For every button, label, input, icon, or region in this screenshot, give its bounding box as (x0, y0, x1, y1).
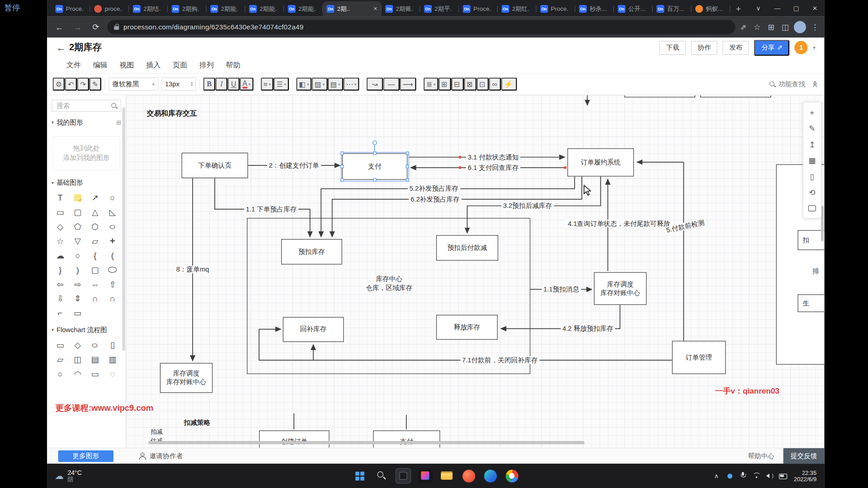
maximize-icon[interactable]: ▢ (787, 0, 806, 17)
post-pay-deduct-box[interactable]: 预扣后付款减 (436, 235, 498, 260)
browser-tab[interactable]: On 百万... (653, 1, 692, 16)
tray-chevron-icon[interactable]: ∧ (712, 471, 720, 480)
browser-tab[interactable]: On 2期账... (382, 1, 420, 16)
rotate-handle[interactable] (373, 141, 377, 145)
menu-item[interactable]: 插入 (140, 60, 167, 70)
subprocess-shape-icon[interactable]: ◫ (70, 353, 85, 366)
right-partial-sheng-box[interactable]: 生 (797, 294, 824, 312)
flowchart-section-header[interactable]: ▾ Flowchart 流程图 (52, 325, 121, 335)
share-icon[interactable]: ⇗ (740, 23, 746, 32)
publish-button[interactable]: 发布 (722, 41, 749, 55)
edge-label[interactable]: 6.2补发预占库存 (409, 195, 461, 203)
top-partial-box-a[interactable] (624, 95, 695, 98)
replenish-box[interactable]: 回补库存 (283, 317, 344, 342)
tab-search-icon[interactable]: ∨ (749, 0, 768, 17)
line-style-icon[interactable]: ⋯▾ (343, 77, 359, 90)
close-window-icon[interactable]: ✕ (806, 0, 825, 17)
browser-tab[interactable]: proce... (90, 1, 129, 16)
inventory-center-label[interactable]: 库存中心 仓库，区域库存 (345, 274, 434, 292)
shape-search-input[interactable] (55, 101, 108, 110)
forward-icon[interactable]: → (71, 20, 84, 33)
send-backward-icon[interactable]: ⊟ (451, 77, 464, 90)
up-arrow-shape-icon[interactable]: ⇧ (105, 278, 120, 291)
address-bar[interactable]: processon.com/diagraming/6235c6430e3e740… (108, 20, 735, 34)
chrome-icon[interactable] (505, 469, 519, 483)
collapse-toolbar-icon[interactable]: ≪ (811, 80, 819, 87)
doc-back-icon[interactable]: ← (56, 42, 69, 53)
search-icon[interactable] (374, 469, 388, 483)
underline-button[interactable]: U (227, 77, 240, 90)
updown-arrow-shape-icon[interactable]: ⇕ (70, 292, 85, 305)
resize-handle[interactable] (406, 165, 409, 168)
font-size-select[interactable]: 13px ▴▾ (162, 77, 196, 90)
browser-tab[interactable]: On 2期能... (207, 1, 245, 16)
browser-tab[interactable]: On Proce... (459, 1, 498, 16)
hexagon-shape-icon[interactable]: ⬡ (88, 220, 103, 233)
resize-handle[interactable] (406, 178, 409, 181)
circle-shape-icon[interactable]: ○ (105, 192, 120, 204)
collaborate-button[interactable]: 协作 (691, 41, 718, 55)
resize-handle[interactable] (406, 152, 409, 155)
uturn-arrow-shape-icon[interactable]: ∩ (88, 292, 103, 305)
edge-label[interactable]: 2：创建支付订单 (267, 162, 321, 169)
order-confirm-box[interactable]: 下单确认页 (182, 153, 248, 178)
user-avatar[interactable]: 1 (795, 41, 808, 54)
edge-label[interactable]: 5.2补发预占库存 (408, 185, 460, 192)
double-arrow-shape-icon[interactable]: ⇔ (88, 278, 103, 291)
more-shapes-button[interactable]: 更多图形 (58, 450, 113, 462)
terminator-shape-icon[interactable]: ○ (84, 338, 107, 351)
browser-tab[interactable]: On 2期能... (284, 1, 323, 16)
triangle-shape-icon[interactable]: △ (88, 206, 103, 219)
browser-tab[interactable]: On Proce... (537, 1, 576, 16)
sticky-note-icon[interactable] (70, 192, 85, 204)
ellipse-shape-icon[interactable]: ○ (101, 220, 124, 233)
offpage-shape-icon[interactable]: ◌ (105, 367, 120, 380)
edge-label[interactable]: 3.1 付款状态通知 (466, 153, 520, 161)
corner-shape-icon[interactable]: ⌐ (53, 306, 68, 319)
resize-handle[interactable] (340, 152, 344, 155)
help-center-link[interactable]: 帮助中心 (748, 451, 774, 461)
rounded-box-shape-icon[interactable]: ▢ (88, 263, 103, 276)
taskbar-clock[interactable]: 22:35 2022/6/9 (794, 469, 816, 483)
text-shape-icon[interactable]: T (53, 192, 68, 204)
browser-profile-avatar[interactable] (794, 21, 806, 33)
font-family-select[interactable]: 微软雅黑 ▾ (108, 77, 158, 90)
menu-item[interactable]: 帮助 (220, 60, 246, 70)
share-button[interactable]: 分享 ⇗ (754, 40, 789, 56)
arc-shape-icon[interactable]: ◠ (70, 367, 85, 380)
diamond-shape-icon[interactable]: ◇ (53, 220, 68, 233)
task-view-icon[interactable] (396, 468, 411, 483)
my-shapes-section-header[interactable]: ▾ 我的图形 ⊞ (52, 118, 121, 127)
undo-icon[interactable]: ↶ (65, 77, 77, 90)
feature-search[interactable]: 功能查找 (769, 80, 805, 89)
browser-tab[interactable]: On 2期购... (168, 1, 207, 16)
inventory-sched-left-box[interactable]: 库存调度 库存对账中心 (160, 363, 212, 393)
cross-shape-icon[interactable]: + (105, 235, 120, 247)
inventory-sched-right-box[interactable]: 库存调度 库存对账中心 (594, 272, 646, 305)
browser-tab[interactable]: On 2期能... (245, 1, 284, 16)
align-icon[interactable]: ≡▾ (260, 77, 274, 90)
edge-label[interactable]: 8：废单mq (175, 266, 211, 273)
jetbrains-icon[interactable] (418, 469, 433, 483)
browser-tab[interactable]: On 秒杀... (575, 1, 614, 16)
edge-label[interactable]: 4.1查询订单状态，未付尾款可释放 (566, 220, 671, 227)
avatar-caret-icon[interactable]: ▾ (813, 45, 816, 50)
right-arrow-shape-icon[interactable]: ⇨ (70, 278, 85, 291)
battery-icon[interactable] (779, 471, 788, 480)
tab-close-icon[interactable]: ✕ (373, 6, 377, 11)
font-color-button[interactable]: A ▾ (240, 77, 253, 90)
menu-item[interactable]: 视图 (113, 60, 140, 70)
right-brace-shape-icon[interactable]: } (53, 263, 68, 276)
predefined-shape-icon[interactable]: ▯ (105, 338, 120, 351)
list-icon[interactable]: ☰▾ (274, 77, 289, 90)
cylinder-shape-icon[interactable] (105, 263, 120, 276)
bookmark-star-icon[interactable]: ☆ (754, 23, 760, 32)
wifi-icon[interactable] (752, 471, 760, 480)
spacing-icon[interactable]: ≣▾ (424, 77, 439, 90)
horizontal-scrollbar[interactable] (148, 441, 585, 444)
volume-icon[interactable] (766, 471, 774, 480)
edge-label[interactable]: 7.1付款前，关闭回补库存 (460, 357, 539, 364)
decision-shape-icon[interactable]: ◇ (70, 338, 85, 351)
trapezoid-shape-icon[interactable]: ▱ (88, 235, 103, 247)
bold-button[interactable]: B (203, 77, 215, 90)
